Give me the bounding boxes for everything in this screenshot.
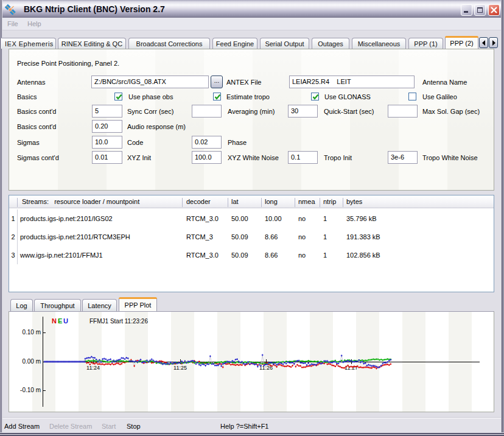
svg-text:11:24: 11:24 bbox=[86, 365, 100, 371]
svg-text:U: U bbox=[63, 317, 68, 325]
svg-text:E: E bbox=[58, 317, 62, 325]
svg-text:N: N bbox=[52, 317, 57, 325]
svg-text:-0.10 m: -0.10 m bbox=[20, 387, 41, 393]
svg-text:11:25: 11:25 bbox=[173, 365, 187, 371]
svg-text:0.10 m: 0.10 m bbox=[22, 329, 41, 336]
svg-text:FFMJ1 Start 11:23:26: FFMJ1 Start 11:23:26 bbox=[89, 318, 148, 325]
svg-text:0.00 m: 0.00 m bbox=[22, 358, 41, 365]
